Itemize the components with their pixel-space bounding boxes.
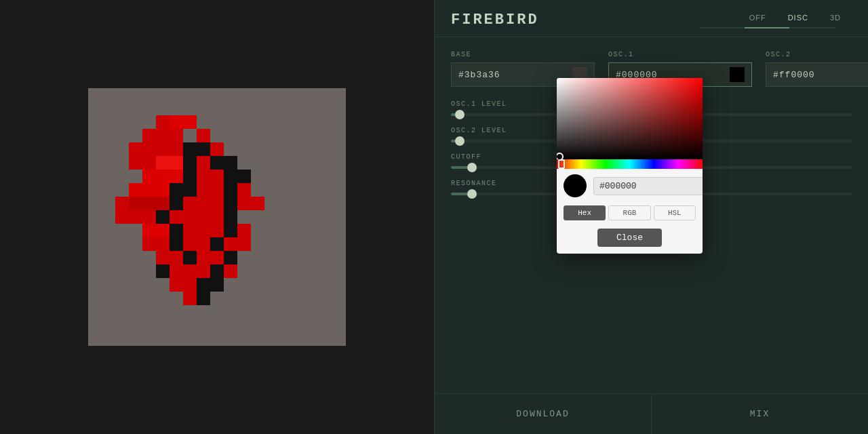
svg-rect-8 — [129, 156, 156, 170]
base-label: BASE — [451, 51, 595, 58]
picker-preview-row — [557, 169, 703, 203]
osc1-swatch[interactable] — [730, 67, 745, 82]
svg-rect-34 — [183, 224, 224, 237]
format-hsl-btn[interactable]: HSL — [654, 205, 696, 220]
osc1-level-thumb[interactable] — [455, 110, 465, 119]
download-button[interactable]: DOWNLOAD — [435, 394, 652, 434]
mode-tabs: OFF DISC 3D — [738, 11, 852, 24]
svg-rect-18 — [170, 183, 197, 197]
tab-3d[interactable]: 3D — [819, 11, 852, 24]
svg-rect-28 — [129, 210, 156, 224]
base-color-input[interactable] — [458, 70, 567, 80]
svg-rect-15 — [197, 170, 224, 183]
svg-rect-27 — [237, 197, 264, 210]
svg-rect-35 — [224, 224, 237, 237]
svg-rect-1 — [170, 115, 197, 129]
svg-rect-24 — [170, 197, 183, 210]
svg-rect-40 — [210, 237, 224, 251]
svg-rect-26 — [224, 197, 237, 210]
svg-rect-5 — [183, 142, 197, 156]
svg-rect-46 — [156, 264, 170, 278]
left-panel — [0, 0, 434, 434]
osc2-input-wrap[interactable] — [766, 62, 868, 87]
svg-rect-32 — [142, 224, 170, 237]
svg-rect-51 — [197, 278, 224, 292]
svg-rect-30 — [170, 210, 224, 224]
mix-button[interactable]: MIX — [652, 394, 868, 434]
svg-rect-9 — [156, 156, 183, 170]
svg-rect-42 — [156, 251, 183, 264]
controls-area: BASE OSC.1 OSC.2 — [435, 37, 868, 393]
svg-rect-13 — [142, 170, 183, 183]
svg-rect-0 — [156, 115, 170, 129]
svg-rect-36 — [237, 224, 251, 237]
svg-rect-12 — [210, 156, 237, 170]
osc1-label: OSC.1 — [608, 51, 752, 58]
svg-rect-2 — [142, 129, 183, 142]
right-panel: FIREBIRD OFF DISC 3D BASE — [434, 0, 868, 434]
svg-rect-41 — [224, 237, 251, 251]
svg-rect-29 — [156, 210, 170, 224]
format-hex-btn[interactable]: Hex — [564, 205, 606, 220]
svg-rect-37 — [142, 237, 170, 251]
svg-rect-7 — [210, 142, 224, 156]
svg-rect-50 — [170, 278, 197, 292]
picker-gradient[interactable] — [557, 78, 703, 159]
app-header: FIREBIRD OFF DISC 3D — [435, 0, 868, 37]
svg-rect-4 — [129, 142, 183, 156]
svg-rect-47 — [170, 264, 210, 278]
picker-close-row: Close — [557, 226, 703, 254]
picker-close-btn[interactable]: Close — [597, 229, 662, 247]
svg-rect-23 — [129, 197, 170, 210]
tab-disc[interactable]: DISC — [777, 11, 819, 24]
app-title: FIREBIRD — [451, 12, 539, 28]
svg-rect-21 — [237, 183, 251, 197]
picker-hue-thumb[interactable] — [558, 159, 565, 169]
osc2-level-thumb[interactable] — [455, 136, 465, 146]
picker-hex-input[interactable] — [593, 177, 703, 195]
picker-preview-circle — [564, 174, 587, 197]
osc2-color-input[interactable] — [773, 70, 868, 80]
picker-format-row: Hex RGB HSL — [557, 203, 703, 226]
svg-rect-52 — [183, 292, 197, 305]
svg-rect-6 — [197, 142, 210, 156]
picker-hue-slider[interactable] — [557, 159, 703, 169]
resonance-thumb[interactable] — [467, 189, 477, 199]
color-picker-popup: Hex RGB HSL Close — [557, 78, 703, 254]
osc2-label: OSC.2 — [766, 51, 868, 58]
svg-rect-3 — [197, 129, 210, 142]
svg-rect-38 — [170, 237, 183, 251]
svg-rect-45 — [224, 251, 237, 264]
svg-rect-39 — [183, 237, 210, 251]
bottom-bar: DOWNLOAD MIX — [435, 393, 868, 434]
svg-rect-20 — [224, 183, 237, 197]
svg-rect-49 — [224, 264, 237, 278]
svg-rect-43 — [183, 251, 197, 264]
osc2-color-group: OSC.2 — [766, 51, 868, 87]
svg-rect-16 — [224, 170, 251, 183]
svg-rect-31 — [224, 210, 237, 224]
svg-rect-25 — [183, 197, 224, 210]
tab-off[interactable]: OFF — [738, 11, 777, 24]
svg-rect-19 — [197, 183, 224, 197]
svg-rect-33 — [170, 224, 183, 237]
format-rgb-btn[interactable]: RGB — [608, 205, 650, 220]
pixel-canvas — [88, 88, 346, 346]
svg-rect-22 — [115, 197, 129, 224]
svg-rect-53 — [197, 292, 210, 305]
cutoff-thumb[interactable] — [467, 163, 477, 172]
svg-rect-10 — [183, 156, 197, 170]
svg-rect-44 — [197, 251, 224, 264]
svg-rect-14 — [183, 170, 197, 183]
svg-rect-48 — [210, 264, 224, 278]
svg-rect-11 — [197, 156, 210, 170]
